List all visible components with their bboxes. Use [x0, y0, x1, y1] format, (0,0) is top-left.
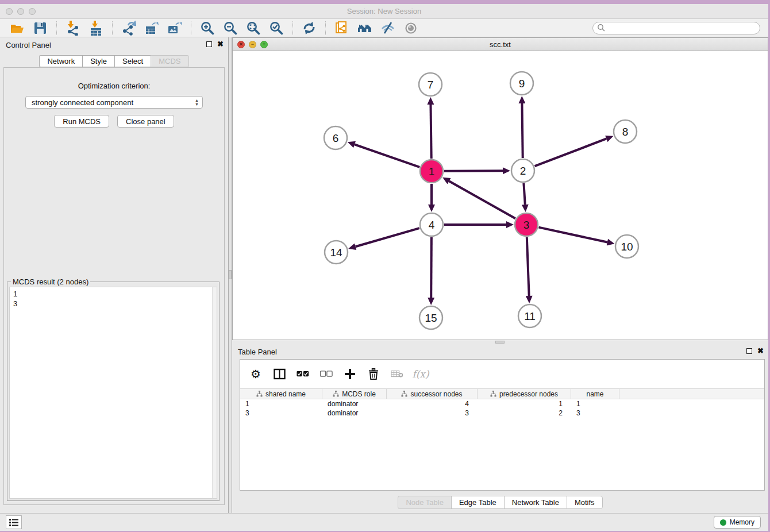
table-cell[interactable]: 1	[571, 399, 619, 408]
close-panel-icon[interactable]: ✖	[217, 41, 224, 48]
panel-splitter-vertical[interactable]	[228, 37, 232, 513]
export-image-icon[interactable]	[166, 20, 183, 36]
table-panel: Table Panel ✖ ⚙	[232, 344, 768, 513]
network-graph[interactable]: 1234678910111415	[233, 51, 768, 340]
column-header-predecessor-nodes[interactable]: predecessor nodes	[478, 389, 571, 399]
add-row-icon[interactable]	[344, 368, 356, 380]
tab-mcds[interactable]: MCDS	[151, 55, 188, 67]
network-window-titlebar[interactable]: ✕ − + scc.txt	[233, 38, 768, 51]
graph-node-label-6: 6	[333, 132, 339, 144]
memory-label: Memory	[730, 518, 754, 526]
toolbar-separator	[112, 21, 113, 35]
open-session-icon[interactable]	[9, 20, 26, 36]
dropdown-arrows-icon: ▲▼	[195, 98, 199, 106]
table-cell[interactable]: dominator	[322, 399, 387, 408]
hide-selected-icon[interactable]	[379, 20, 396, 36]
deselect-all-icon[interactable]	[320, 368, 333, 380]
network-canvas[interactable]: 1234678910111415	[233, 51, 768, 340]
table-cell[interactable]: dominator	[322, 408, 387, 418]
result-line: 1	[13, 289, 213, 299]
tab-style[interactable]: Style	[82, 55, 114, 67]
show-columns-icon[interactable]	[273, 368, 286, 380]
function-builder-icon[interactable]: f(x)	[414, 368, 427, 380]
graph-edge-4-15[interactable]	[431, 237, 432, 298]
zoom-in-icon[interactable]	[199, 20, 216, 36]
table-cell[interactable]: 1	[478, 399, 571, 408]
table-cell[interactable]: 1	[240, 399, 322, 408]
save-session-icon[interactable]	[32, 20, 49, 36]
table-row[interactable]: 3dominator323	[240, 408, 764, 418]
import-network-icon[interactable]	[64, 20, 82, 36]
table-cell[interactable]: 3	[387, 408, 478, 418]
select-all-icon[interactable]	[297, 368, 309, 380]
export-network-icon[interactable]	[120, 20, 137, 36]
graph-edge-1-2[interactable]	[444, 171, 503, 171]
result-scrollbar[interactable]	[212, 287, 217, 498]
column-settings-icon[interactable]: ⚙	[249, 368, 262, 380]
graph-edge-3-11[interactable]	[527, 237, 529, 296]
tab-motifs[interactable]: Motifs	[567, 496, 603, 509]
column-header-name[interactable]: name	[571, 389, 619, 399]
graph-edge-2-8[interactable]	[535, 138, 607, 166]
float-panel-icon[interactable]	[746, 348, 752, 354]
graph-edge-1-7[interactable]	[430, 105, 431, 159]
graph-edge-3-1[interactable]	[449, 181, 515, 218]
graph-node-label-7: 7	[428, 79, 434, 91]
window-titlebar: Session: New Session	[0, 4, 768, 19]
toolbar-separator	[56, 21, 57, 35]
tab-node-table[interactable]: Node Table	[398, 496, 451, 509]
graph-edge-2-9[interactable]	[522, 103, 522, 158]
tab-network-table[interactable]: Network Table	[504, 496, 567, 509]
close-panel-icon[interactable]: ✖	[757, 348, 764, 354]
column-header-successor-nodes[interactable]: successor nodes	[387, 389, 478, 399]
table-cell[interactable]: 2	[478, 408, 571, 418]
network-view-window: ✕ − + scc.txt 1234678910111415	[232, 37, 768, 340]
delete-table-icon[interactable]	[391, 368, 403, 380]
tab-edge-table[interactable]: Edge Table	[451, 496, 504, 509]
task-history-button[interactable]	[6, 515, 22, 529]
graph-edge-4-14[interactable]	[356, 228, 419, 246]
table-cell[interactable]: 3	[240, 408, 322, 418]
graph-edge-3-10[interactable]	[538, 228, 607, 242]
search-field[interactable]	[592, 22, 760, 34]
column-header-shared-name[interactable]: shared name	[240, 389, 322, 399]
status-bar: Memory	[0, 513, 768, 531]
tab-network[interactable]: Network	[39, 55, 82, 67]
tab-select[interactable]: Select	[114, 55, 151, 67]
zoom-fit-icon[interactable]	[245, 20, 262, 36]
mcds-result-group: MCDS result (2 nodes) 1 3	[7, 282, 220, 501]
splitter-handle[interactable]	[229, 270, 232, 279]
mcds-tab-content: Optimization criterion: strongly connect…	[3, 67, 225, 505]
close-panel-button[interactable]: Close panel	[117, 115, 174, 128]
control-panel-tabs: Network Style Select MCDS	[0, 55, 228, 67]
mcds-result-textarea[interactable]: 1 3	[9, 287, 217, 499]
table-row[interactable]: 1dominator411	[240, 399, 764, 408]
table-header-row: shared name MCDS role successor nodes pr…	[240, 388, 764, 399]
control-panel-title: Control Panel	[6, 41, 51, 49]
zoom-out-icon[interactable]	[222, 20, 239, 36]
search-input[interactable]	[606, 23, 760, 33]
zoom-selected-icon[interactable]	[268, 20, 285, 36]
float-panel-icon[interactable]	[206, 41, 212, 47]
graph-edge-1-6[interactable]	[355, 144, 419, 167]
panel-splitter-horizontal[interactable]	[232, 340, 768, 344]
first-neighbors-icon[interactable]	[356, 20, 374, 36]
column-header-mcds-role[interactable]: MCDS role	[322, 389, 387, 399]
list-icon	[9, 518, 19, 527]
run-mcds-button[interactable]: Run MCDS	[54, 115, 109, 128]
table-cell[interactable]: 3	[571, 408, 619, 418]
shared-column-icon	[333, 391, 339, 397]
table-cell[interactable]: 4	[387, 399, 478, 408]
graph-edge-2-3[interactable]	[523, 183, 525, 205]
memory-button[interactable]: Memory	[714, 516, 761, 529]
criterion-dropdown[interactable]: strongly connected component ▲▼	[25, 96, 203, 109]
apply-layout-icon[interactable]	[301, 20, 318, 36]
criterion-value: strongly connected component	[32, 98, 133, 107]
export-table-icon[interactable]	[143, 20, 160, 36]
import-table-icon[interactable]	[87, 20, 105, 36]
application-window: Session: New Session	[0, 4, 768, 531]
splitter-handle[interactable]	[495, 341, 505, 344]
new-network-from-selection-icon[interactable]	[333, 20, 351, 36]
delete-row-icon[interactable]	[367, 368, 380, 380]
show-all-icon[interactable]	[402, 20, 419, 36]
